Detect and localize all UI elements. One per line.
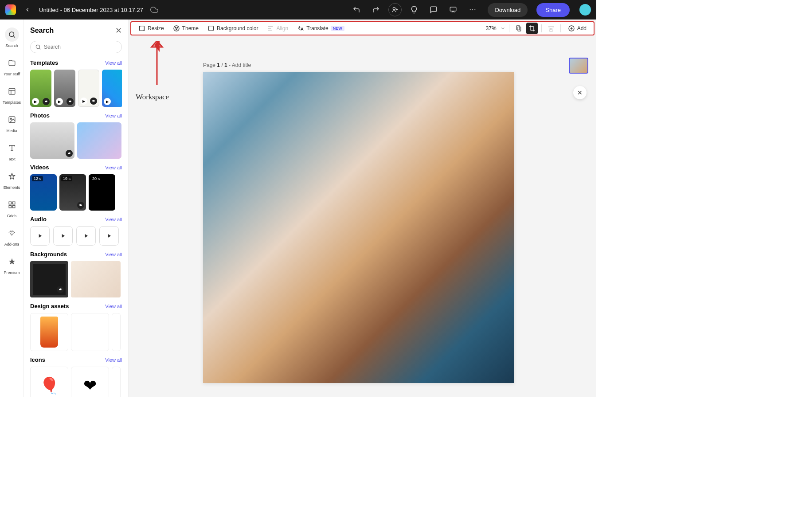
background-thumb[interactable]: [71, 261, 121, 297]
photo-thumb[interactable]: [77, 122, 121, 159]
crop-icon[interactable]: [526, 23, 538, 34]
resize-label: Resize: [148, 25, 164, 31]
play-icon: ▶: [56, 98, 63, 105]
svg-point-28: [175, 27, 176, 28]
translate-button[interactable]: Translate NEW: [293, 23, 348, 34]
layers-icon[interactable]: [513, 23, 524, 34]
asset-thumb[interactable]: [30, 313, 68, 351]
video-duration: 12 s: [32, 176, 43, 181]
rail-label: Grids: [7, 214, 17, 218]
background-color-button[interactable]: Background color: [204, 23, 262, 34]
svg-rect-26: [140, 26, 145, 31]
audio-thumb[interactable]: [53, 226, 73, 246]
section-audio: Audio: [30, 216, 47, 223]
rail-elements[interactable]: Elements: [0, 166, 23, 193]
rail-grids[interactable]: Grids: [0, 194, 23, 222]
zoom-level[interactable]: 37%: [486, 25, 497, 31]
document-title[interactable]: Untitled - 06 December 2023 at 10.17.27: [39, 7, 143, 13]
svg-point-30: [176, 29, 177, 30]
more-icon[interactable]: [466, 3, 480, 17]
rail-label: Premium: [4, 270, 20, 275]
present-icon[interactable]: [446, 3, 460, 17]
svg-line-21: [39, 48, 40, 49]
view-all-photos[interactable]: View all: [105, 113, 122, 118]
asset-thumb[interactable]: [71, 313, 109, 351]
premium-icon: [66, 150, 73, 157]
rail-text[interactable]: Text: [0, 137, 23, 165]
rail-premium[interactable]: Premium: [0, 251, 23, 278]
rail-templates[interactable]: Templates: [0, 81, 23, 108]
rail-label: Search: [5, 43, 18, 48]
svg-marker-24: [85, 234, 88, 238]
audio-thumb[interactable]: [99, 226, 119, 246]
top-bar: Untitled - 06 December 2023 at 10.17.27 …: [0, 0, 596, 20]
add-page-button[interactable]: Add: [564, 23, 590, 34]
app-logo-icon[interactable]: [5, 4, 16, 15]
back-button[interactable]: [21, 4, 34, 16]
svg-rect-18: [9, 206, 11, 208]
download-button[interactable]: Download: [488, 3, 528, 17]
icon-thumb[interactable]: [112, 367, 121, 397]
rail-media[interactable]: Media: [0, 109, 23, 137]
icon-thumb[interactable]: 🎈: [30, 367, 68, 397]
theme-button[interactable]: Theme: [169, 23, 202, 34]
rail-label: Elements: [4, 185, 20, 190]
canvas-page[interactable]: [203, 72, 514, 383]
template-thumb[interactable]: ▶: [30, 70, 51, 107]
search-input-wrapper[interactable]: [30, 41, 122, 53]
audio-thumb[interactable]: [30, 226, 50, 246]
context-toolbar: Resize Theme Background color Align Tran…: [130, 21, 595, 35]
view-all-audio[interactable]: View all: [105, 217, 122, 222]
premium-icon: [77, 202, 84, 209]
rail-search[interactable]: Search: [0, 24, 23, 51]
svg-rect-3: [450, 7, 457, 11]
template-thumb[interactable]: ▶: [78, 70, 99, 107]
video-thumb[interactable]: 20 s: [89, 174, 115, 211]
svg-rect-19: [12, 206, 15, 208]
undo-button[interactable]: [349, 3, 364, 17]
chevron-down-icon[interactable]: [500, 26, 505, 31]
svg-point-13: [10, 118, 12, 119]
background-thumb[interactable]: [30, 261, 68, 297]
theme-label: Theme: [182, 25, 199, 31]
close-overlay-button[interactable]: ✕: [573, 86, 587, 99]
rail-addons[interactable]: Add-ons: [0, 223, 23, 250]
audio-thumb[interactable]: [76, 226, 96, 246]
play-icon: ▶: [104, 98, 111, 105]
svg-marker-42: [152, 41, 162, 47]
template-thumb[interactable]: ▶: [54, 70, 75, 107]
invite-user-button[interactable]: [388, 3, 402, 16]
cloud-sync-icon[interactable]: [150, 6, 158, 14]
user-avatar[interactable]: [579, 4, 591, 16]
close-panel-button[interactable]: ✕: [115, 26, 122, 35]
section-backgrounds: Backgrounds: [30, 251, 67, 258]
photo-thumb[interactable]: [30, 122, 74, 159]
share-button[interactable]: Share: [536, 3, 570, 17]
asset-thumb[interactable]: [112, 313, 121, 351]
svg-point-27: [174, 26, 179, 31]
rail-your-stuff[interactable]: Your stuff: [0, 52, 23, 80]
comment-icon[interactable]: [426, 3, 441, 17]
video-thumb[interactable]: 12 s: [30, 174, 57, 211]
delete-icon: [545, 23, 557, 34]
video-thumb[interactable]: 19 s: [59, 174, 86, 211]
premium-icon: [43, 98, 50, 105]
view-all-backgrounds[interactable]: View all: [105, 252, 122, 257]
template-thumb[interactable]: ▶: [102, 70, 122, 107]
lightbulb-icon[interactable]: [407, 3, 421, 17]
page-indicator[interactable]: Page 1 / 1 - Add title: [203, 62, 251, 68]
section-design-assets: Design assets: [30, 303, 69, 309]
section-photos: Photos: [30, 112, 50, 119]
search-input[interactable]: [44, 44, 117, 50]
redo-button[interactable]: [369, 3, 383, 17]
premium-icon: [57, 286, 64, 293]
resize-button[interactable]: Resize: [135, 23, 168, 34]
view-all-videos[interactable]: View all: [105, 165, 122, 170]
canvas-area[interactable]: Resize Theme Background color Align Tran…: [129, 20, 596, 397]
view-all-design-assets[interactable]: View all: [105, 304, 122, 309]
icon-thumb[interactable]: ❤: [71, 367, 109, 397]
page-thumbnail[interactable]: [569, 58, 588, 74]
view-all-templates[interactable]: View all: [105, 60, 122, 66]
view-all-icons[interactable]: View all: [105, 357, 122, 363]
align-label: Align: [276, 25, 288, 31]
